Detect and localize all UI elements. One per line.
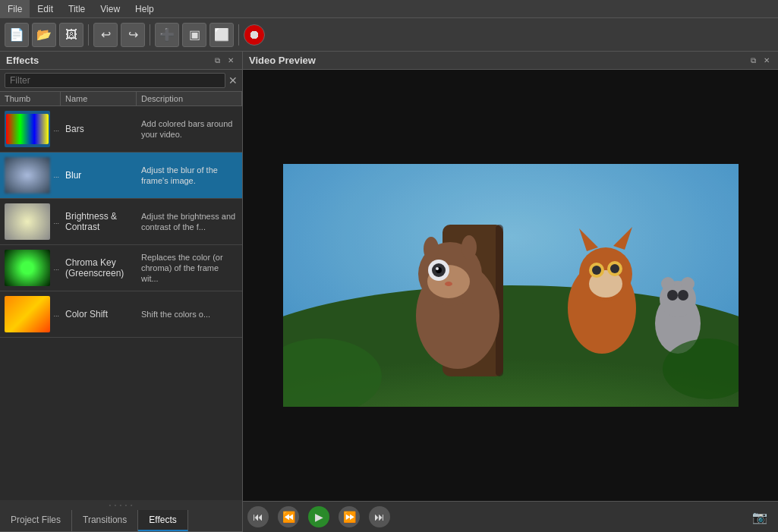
col-name: Name <box>61 92 137 105</box>
tab-transitions[interactable]: Transitions <box>72 510 138 531</box>
effects-title: Effects <box>6 55 39 66</box>
toolbar: 📄 📂 🖼 ↩ ↪ ➕ ▣ ⬜ ⏺ <box>0 18 778 52</box>
menu-help[interactable]: Help <box>128 0 162 18</box>
bars-name: Bars <box>61 106 137 152</box>
effects-column-headers: Thumb Name Description <box>0 92 242 106</box>
playback-controls: ⏮ ⏪ ▶ ⏩ ⏭ 📷 <box>243 501 778 532</box>
filter-row: ✕ <box>0 70 242 92</box>
effect-blur-row[interactable]: ... Blur Adjust the blur of the frame's … <box>0 153 242 199</box>
save-image-button[interactable]: 🖼 <box>59 23 83 47</box>
properties-button[interactable]: ▣ <box>182 23 206 47</box>
open-button[interactable]: 📂 <box>32 23 56 47</box>
preview-title: Video Preview <box>249 55 316 66</box>
chroma-thumb <box>5 250 50 286</box>
video-frame <box>283 164 739 407</box>
brightness-thumb <box>5 203 50 240</box>
col-desc: Description <box>137 92 242 105</box>
chroma-name: Chroma Key (Greenscreen) <box>61 245 137 291</box>
undo-button[interactable]: ↩ <box>93 23 118 47</box>
panel-resize-handle[interactable]: • • • • • <box>0 500 242 510</box>
preview-controls: ⧉ ✕ <box>748 55 772 66</box>
blur-desc: Adjust the blur of the frame's image. <box>137 153 242 198</box>
effect-colorshift-row[interactable]: ... Color Shift Shift the colors o... <box>0 291 242 338</box>
tab-effects[interactable]: Effects <box>138 510 187 531</box>
skip-end-button[interactable]: ⏭ <box>369 506 390 527</box>
main-area: Effects ⧉ ✕ ✕ Thumb Name Description <box>0 52 778 532</box>
fast-forward-button[interactable]: ⏩ <box>339 506 360 527</box>
right-panel: Video Preview ⧉ ✕ <box>243 52 778 532</box>
tabs-row: Project Files Transitions Effects <box>0 510 242 532</box>
rewind-button[interactable]: ⏪ <box>278 506 299 527</box>
colorshift-desc: Shift the colors o... <box>137 291 242 337</box>
effect-chroma-row[interactable]: ... Chroma Key (Greenscreen) Replaces th… <box>0 245 242 291</box>
menu-file[interactable]: File <box>0 0 30 18</box>
preview-close-button[interactable]: ✕ <box>761 55 772 66</box>
screenshot-button[interactable]: 📷 <box>752 510 767 524</box>
filter-clear-button[interactable]: ✕ <box>228 74 238 87</box>
effects-panel-controls: ⧉ ✕ <box>213 55 236 66</box>
toolbar-separator-2 <box>150 24 150 46</box>
video-content <box>283 164 739 407</box>
effects-close-button[interactable]: ✕ <box>225 55 236 66</box>
skip-start-button[interactable]: ⏮ <box>247 506 269 527</box>
brightness-name: Brightness & Contrast <box>61 199 137 244</box>
redo-button[interactable]: ↪ <box>121 23 145 47</box>
preview-float-button[interactable]: ⧉ <box>748 55 758 66</box>
colorshift-name: Color Shift <box>61 291 137 337</box>
brightness-desc: Adjust the brightness and contrast of th… <box>137 199 242 244</box>
toolbar-separator-3 <box>238 24 239 46</box>
chroma-desc: Replaces the color (or chroma) of the fr… <box>137 245 242 291</box>
record-button[interactable]: ⏺ <box>244 24 265 46</box>
effects-table: Thumb Name Description ... Bars Add colo… <box>0 92 242 500</box>
toolbar-separator-1 <box>88 24 89 46</box>
filter-input[interactable] <box>5 73 225 88</box>
effect-bars-row[interactable]: ... Bars Add colored bars around your vi… <box>0 106 242 153</box>
add-button[interactable]: ➕ <box>155 23 179 47</box>
bars-desc: Add colored bars around your video. <box>137 106 242 152</box>
colorshift-thumb <box>5 296 50 332</box>
menu-edit[interactable]: Edit <box>30 0 61 18</box>
video-preview <box>243 70 778 501</box>
effect-brightness-row[interactable]: ... Brightness & Contrast Adjust the bri… <box>0 199 242 245</box>
menu-title[interactable]: Title <box>61 0 93 18</box>
tab-project-files[interactable]: Project Files <box>0 510 72 531</box>
blur-thumb <box>5 157 50 194</box>
menu-view[interactable]: View <box>93 0 128 18</box>
effects-float-button[interactable]: ⧉ <box>213 55 222 66</box>
menubar: File Edit Title View Help <box>0 0 778 18</box>
new-button[interactable]: 📄 <box>5 23 29 47</box>
play-button[interactable]: ▶ <box>308 506 329 527</box>
preview-header: Video Preview ⧉ ✕ <box>243 52 778 70</box>
left-panel: Effects ⧉ ✕ ✕ Thumb Name Description <box>0 52 243 532</box>
export-button[interactable]: ⬜ <box>209 23 234 47</box>
svg-rect-33 <box>283 164 739 407</box>
bars-thumb <box>5 111 50 147</box>
blur-name: Blur <box>61 153 137 198</box>
effects-panel-header: Effects ⧉ ✕ <box>0 52 242 70</box>
col-thumb: Thumb <box>0 92 61 105</box>
